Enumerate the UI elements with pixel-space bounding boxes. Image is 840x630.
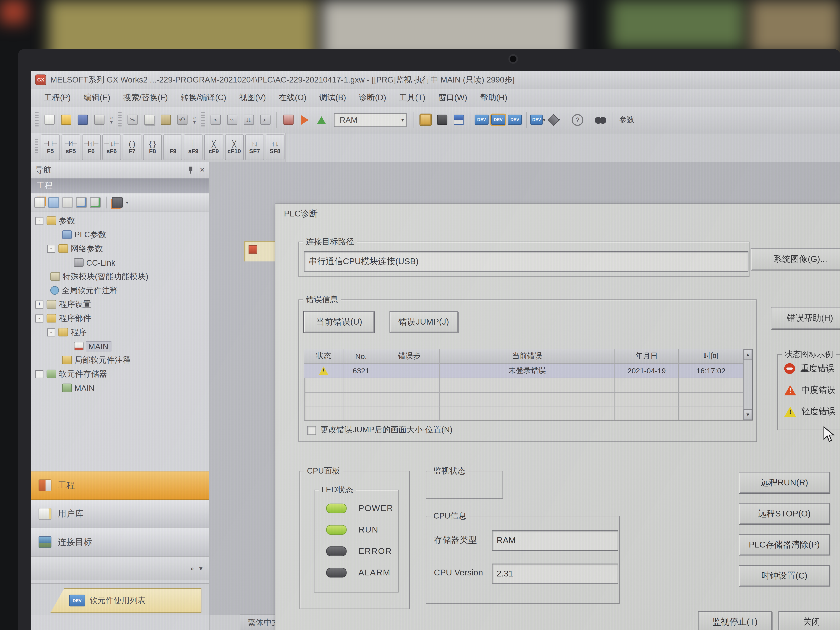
toolbar-grip[interactable] xyxy=(201,112,205,128)
plc-memory-clear-button[interactable]: PLC存储器清除(P) xyxy=(739,534,830,556)
menu-help[interactable]: 帮助(H) xyxy=(475,91,513,105)
tree-item-parameters[interactable]: - 参数 xyxy=(31,214,209,228)
new-project-button[interactable] xyxy=(42,112,57,127)
tree-collapse-icon[interactable]: - xyxy=(35,314,44,322)
resize-after-jump-checkbox[interactable] xyxy=(307,426,316,435)
device-monitor-3-button[interactable]: DEV xyxy=(507,112,522,127)
menu-debug[interactable]: 调试(B) xyxy=(314,91,352,105)
menu-edit[interactable]: 编辑(E) xyxy=(78,91,115,105)
tree-item-special-module[interactable]: 特殊模块(智能功能模块) xyxy=(31,269,209,283)
project-data-button[interactable] xyxy=(418,112,433,127)
view-button-project[interactable]: 工程 xyxy=(31,472,209,500)
connection-path-field[interactable]: 串行通信CPU模块连接(USB) xyxy=(304,251,748,272)
timing-chart-button[interactable]: ⎍ xyxy=(241,112,256,127)
tree-item-program[interactable]: - 程序 xyxy=(31,325,209,339)
ladder-open-contact-button[interactable]: ⊣ ⊢F5 xyxy=(41,134,60,160)
copy-data-icon[interactable] xyxy=(48,197,59,208)
col-current-error[interactable]: 当前错误 xyxy=(440,349,615,363)
col-error-step[interactable]: 错误步 xyxy=(379,349,440,363)
monitor-mode-button[interactable]: ⌁ xyxy=(208,112,223,127)
toolbar-overflow-button[interactable]: »▾ xyxy=(108,112,115,127)
remote-run-button[interactable]: 远程RUN(R) xyxy=(739,472,830,493)
data-info-icon[interactable] xyxy=(76,197,87,208)
simulation-start-button[interactable] xyxy=(297,112,312,127)
error-jump-button[interactable]: 错误JUMP(J) xyxy=(389,311,458,333)
ladder-coil-button[interactable]: ( )F7 xyxy=(123,134,142,160)
menu-tools[interactable]: 工具(T) xyxy=(394,91,431,105)
clock-setting-button[interactable]: 时钟设置(C) xyxy=(739,565,830,587)
view-button-connection-target[interactable]: 连接目标 xyxy=(31,528,209,556)
col-no[interactable]: No. xyxy=(343,349,379,363)
ladder-delete-vline-button[interactable]: ╳cF10 xyxy=(225,134,243,160)
col-time[interactable]: 时间 xyxy=(679,349,743,363)
intelligent-module-button[interactable]: ▾ xyxy=(547,112,562,127)
tree-item-device-main[interactable]: MAIN xyxy=(31,381,209,395)
system-image-button[interactable]: 系统图像(G)... xyxy=(751,248,840,271)
col-status[interactable]: 状态 xyxy=(305,349,344,363)
editor-window-corner[interactable] xyxy=(245,241,279,262)
tree-collapse-icon[interactable]: - xyxy=(47,328,55,336)
menu-convert-compile[interactable]: 转换/编译(C) xyxy=(175,91,232,105)
remote-stop-button[interactable]: 远程STOP(O) xyxy=(739,503,830,524)
memory-type-field[interactable]: RAM xyxy=(492,531,618,551)
tree-item-local-comment[interactable]: 局部软元件注释 xyxy=(31,353,209,367)
tree-expand-icon[interactable]: + xyxy=(35,300,44,308)
toolbar-grip[interactable] xyxy=(35,112,38,128)
tree-collapse-icon[interactable]: - xyxy=(35,217,44,225)
ladder-hline-button[interactable]: ─F9 xyxy=(164,134,182,160)
menu-find-replace[interactable]: 搜索/替换(F) xyxy=(118,91,173,105)
paste-data-icon[interactable] xyxy=(62,197,73,208)
tree-item-program-setting[interactable]: + 程序设置 xyxy=(31,297,209,311)
table-scrollbar[interactable]: ▲ ▼ xyxy=(743,349,752,420)
close-icon[interactable]: × xyxy=(200,165,205,175)
tree-item-main-program[interactable]: MAIN xyxy=(31,339,209,353)
toolbar-grip[interactable] xyxy=(118,112,122,128)
undo-button[interactable]: ↶ xyxy=(175,112,189,127)
view-buttons-more[interactable]: » ▾ xyxy=(31,557,209,580)
ladder-vline-button[interactable]: │sF9 xyxy=(184,134,203,160)
menu-view[interactable]: 视图(V) xyxy=(234,91,271,105)
tree-item-global-comment[interactable]: 全局软元件注释 xyxy=(31,283,209,297)
ladder-pulse-contact2-button[interactable]: ↑↓SF8 xyxy=(265,134,284,160)
menu-project[interactable]: 工程(P) xyxy=(38,91,76,105)
close-button[interactable]: 关闭 xyxy=(778,611,840,630)
verify-button[interactable]: ⌕ xyxy=(258,112,273,127)
error-table[interactable]: 状态 No. 错误步 当前错误 年月日 时间 6321 未登录错误 2021-0… xyxy=(304,349,753,421)
ladder-closed-contact-button[interactable]: ⊣∕⊢sF5 xyxy=(62,134,80,160)
tree-item-plc-parameter[interactable]: PLC参数 xyxy=(31,228,209,242)
ladder-instruction-button[interactable]: { }F8 xyxy=(143,134,162,160)
connection-button[interactable] xyxy=(434,112,449,127)
device-monitor-1-button[interactable]: DEV xyxy=(474,112,489,127)
help-button[interactable]: ? xyxy=(570,112,585,127)
tab-device-usage-list[interactable]: DEV 软元件使用列表 xyxy=(51,588,202,613)
toolbar-overflow-button[interactable]: »▾ xyxy=(191,112,198,127)
paste-button[interactable] xyxy=(158,112,173,127)
refresh-icon[interactable] xyxy=(90,197,101,208)
ladder-delete-hline-button[interactable]: ╳cF9 xyxy=(204,134,223,160)
scroll-up-icon[interactable]: ▲ xyxy=(744,349,752,360)
device-monitor-2-button[interactable]: DEV xyxy=(491,112,505,127)
build-button[interactable] xyxy=(314,112,329,127)
ladder-falling-pulse-button[interactable]: ⊣↓⊢sF6 xyxy=(102,134,121,160)
chevron-down-icon[interactable]: ▾ xyxy=(126,200,128,205)
cut-button[interactable]: ✂ xyxy=(125,112,140,127)
error-table-row[interactable]: 6321 未登录错误 2021-04-19 16:17:02 xyxy=(305,364,743,378)
copy-button[interactable] xyxy=(142,112,156,127)
view-button-user-library[interactable]: 用户库 xyxy=(31,500,209,528)
tree-collapse-icon[interactable]: - xyxy=(35,370,44,378)
toolbar-grip[interactable] xyxy=(35,139,38,155)
current-error-button[interactable]: 当前错误(U) xyxy=(304,311,374,333)
col-date[interactable]: 年月日 xyxy=(615,349,679,363)
monitor-write-button[interactable]: ⌁ xyxy=(224,112,239,127)
print-button[interactable] xyxy=(92,112,107,127)
cpu-version-field[interactable]: 2.31 xyxy=(492,564,618,584)
memory-target-combo[interactable]: RAM ▾ xyxy=(334,113,407,127)
scroll-down-icon[interactable]: ▼ xyxy=(744,409,752,420)
menu-window[interactable]: 窗口(W) xyxy=(433,91,473,105)
menu-diagnostics[interactable]: 诊断(D) xyxy=(354,91,392,105)
ladder-rising-pulse-button[interactable]: ⊣↑⊢F6 xyxy=(82,134,101,160)
menu-online[interactable]: 在线(O) xyxy=(273,91,312,105)
program-check-button[interactable] xyxy=(281,112,295,127)
tree-item-program-parts[interactable]: - 程序部件 xyxy=(31,311,209,325)
monitor-stop-button[interactable]: 监视停止(T) xyxy=(698,611,772,630)
